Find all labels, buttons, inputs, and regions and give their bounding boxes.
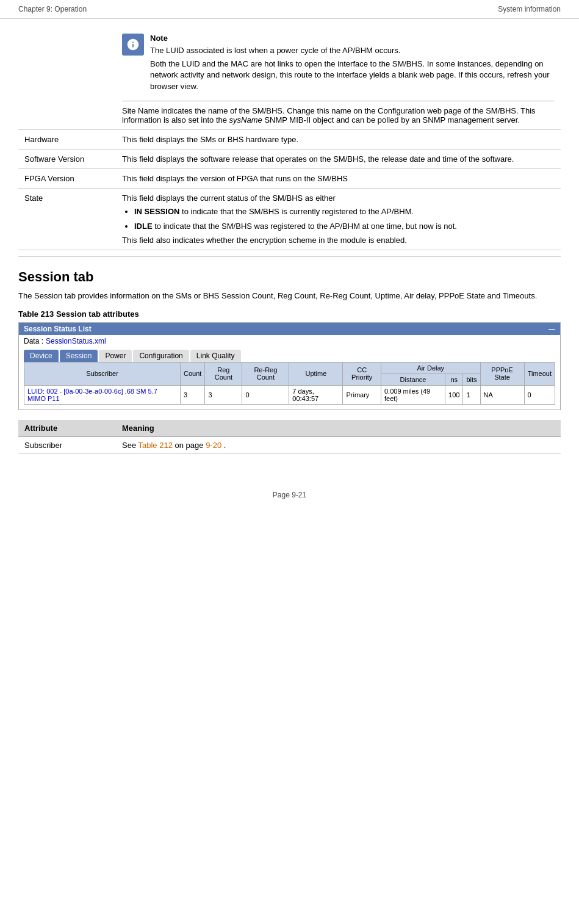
state-label: State <box>18 188 116 250</box>
col-air-delay-group: Air Delay <box>381 362 480 374</box>
session-data-table: Subscriber Count Reg Count Re-Reg Count … <box>24 362 555 405</box>
site-name-text: Site Name indicates the name of the SM/B… <box>122 106 555 125</box>
attr-row-subscriber: Subscriber See Table 212 on page 9-20 . <box>18 436 561 453</box>
subscriber-link[interactable]: LUID: 002 - [0a-00-3e-a0-00-6c] .68 SM 5… <box>27 388 157 402</box>
table-header-row-1: Subscriber Count Reg Count Re-Reg Count … <box>24 362 555 374</box>
attr-col-header: Attribute <box>18 420 116 437</box>
state-bullet-2: IDLE to indicate that the SM/BHS was reg… <box>134 221 555 232</box>
state-bullets: IN SESSION to indicate that the SM/BHS i… <box>134 206 555 232</box>
section-divider <box>18 256 561 257</box>
note-row: Note The LUID associated is lost when a … <box>18 25 561 129</box>
screenshot-title: Session Status List <box>24 325 92 333</box>
state-row: State This field displays the current st… <box>18 188 561 250</box>
page-header: Chapter 9: Operation System information <box>0 0 579 19</box>
screenshot-titlebar: Session Status List — <box>19 323 560 335</box>
session-tab-heading: Session tab <box>18 269 561 285</box>
page-9-20-link[interactable]: 9-20 <box>206 441 221 450</box>
col-uptime: Uptime <box>289 362 343 385</box>
in-session-label: IN SESSION <box>134 207 179 216</box>
software-version-label: Software Version <box>18 149 116 168</box>
tab-configuration[interactable]: Configuration <box>133 350 189 362</box>
note-box: Note The LUID associated is lost when a … <box>122 30 555 101</box>
col-rereg-count: Re-Reg Count <box>242 362 289 385</box>
table-caption: Table 213 Session tab attributes <box>18 309 561 319</box>
note-line2: Both the LUID and the MAC are hot links … <box>150 59 555 92</box>
fpga-version-row: FPGA Version This field displays the ver… <box>18 168 561 188</box>
tabs-row: Device Session Power Configuration Link … <box>19 347 560 362</box>
cell-reg-count: 3 <box>205 385 242 404</box>
page-footer: Page 9-21 <box>0 472 579 505</box>
fpga-version-label: FPGA Version <box>18 168 116 188</box>
tab-device[interactable]: Device <box>24 350 59 362</box>
minimize-button[interactable]: — <box>548 325 555 333</box>
hardware-body: This field displays the SMs or BHS hardw… <box>116 129 561 149</box>
col-pppoe-state: PPPoE State <box>480 362 524 385</box>
tab-link-quality[interactable]: Link Quality <box>190 350 241 362</box>
attr-header-row: Attribute Meaning <box>18 420 561 437</box>
col-subscriber: Subscriber <box>24 362 181 385</box>
col-count: Count <box>181 362 205 385</box>
table-row: LUID: 002 - [0a-00-3e-a0-00-6c] .68 SM 5… <box>24 385 555 404</box>
page-number: Page 9-21 <box>273 491 306 499</box>
software-version-row: Software Version This field displays the… <box>18 149 561 168</box>
attribute-table: Attribute Meaning Subscriber See Table 2… <box>18 420 561 454</box>
idle-label: IDLE <box>134 222 153 231</box>
note-text: Note The LUID associated is lost when a … <box>150 34 555 95</box>
cell-cc-priority: Primary <box>343 385 381 404</box>
header-right: System information <box>498 5 561 13</box>
col-timeout: Timeout <box>524 362 555 385</box>
note-title: Note <box>150 34 555 43</box>
meaning-col-header: Meaning <box>116 420 561 437</box>
header-left: Chapter 9: Operation <box>18 5 87 13</box>
state-bullet-1: IN SESSION to indicate that the SM/BHS i… <box>134 206 555 217</box>
cell-pppoe-state: NA <box>480 385 524 404</box>
main-content: Note The LUID associated is lost when a … <box>0 19 579 472</box>
software-version-body: This field displays the software release… <box>116 149 561 168</box>
cell-rereg-count: 0 <box>242 385 289 404</box>
attr-subscriber-meaning: See Table 212 on page 9-20 . <box>116 436 561 453</box>
state-body: This field displays the current status o… <box>116 188 561 250</box>
col-ns: ns <box>445 374 463 385</box>
cell-count: 3 <box>181 385 205 404</box>
main-info-table: Note The LUID associated is lost when a … <box>18 25 561 250</box>
cell-bits: 1 <box>463 385 480 404</box>
table-212-link[interactable]: Table 212 <box>138 441 173 450</box>
col-cc-priority: CC Priority <box>343 362 381 385</box>
note-label-cell <box>18 25 116 129</box>
hardware-label: Hardware <box>18 129 116 149</box>
note-line1: The LUID associated is lost when a power… <box>150 45 555 56</box>
tab-power[interactable]: Power <box>99 350 132 362</box>
cell-distance: 0.009 miles (49 feet) <box>381 385 445 404</box>
session-status-xml-link[interactable]: SessionStatus.xml <box>46 337 106 345</box>
state-footer: This field also indicates whether the en… <box>122 236 555 245</box>
cell-timeout: 0 <box>524 385 555 404</box>
col-distance: Distance <box>381 374 445 385</box>
screenshot-data-row: Data : SessionStatus.xml <box>19 335 560 347</box>
cell-uptime: 7 days, 00:43:57 <box>289 385 343 404</box>
data-label: Data : <box>24 337 43 345</box>
cell-ns: 100 <box>445 385 463 404</box>
col-bits: bits <box>463 374 480 385</box>
info-icon <box>126 38 140 51</box>
cell-subscriber: LUID: 002 - [0a-00-3e-a0-00-6c] .68 SM 5… <box>24 385 181 404</box>
tab-session[interactable]: Session <box>60 350 98 362</box>
col-reg-count: Reg Count <box>205 362 242 385</box>
fpga-version-body: This field displays the version of FPGA … <box>116 168 561 188</box>
note-icon <box>122 34 144 56</box>
data-table-wrapper: Subscriber Count Reg Count Re-Reg Count … <box>19 362 560 410</box>
session-tab-intro: The Session tab provides information on … <box>18 290 561 302</box>
state-intro: This field displays the current status o… <box>122 193 555 203</box>
attr-subscriber-label: Subscriber <box>18 436 116 453</box>
screenshot-container: Session Status List — Data : SessionStat… <box>18 322 561 410</box>
note-content-cell: Note The LUID associated is lost when a … <box>116 25 561 129</box>
hardware-row: Hardware This field displays the SMs or … <box>18 129 561 149</box>
